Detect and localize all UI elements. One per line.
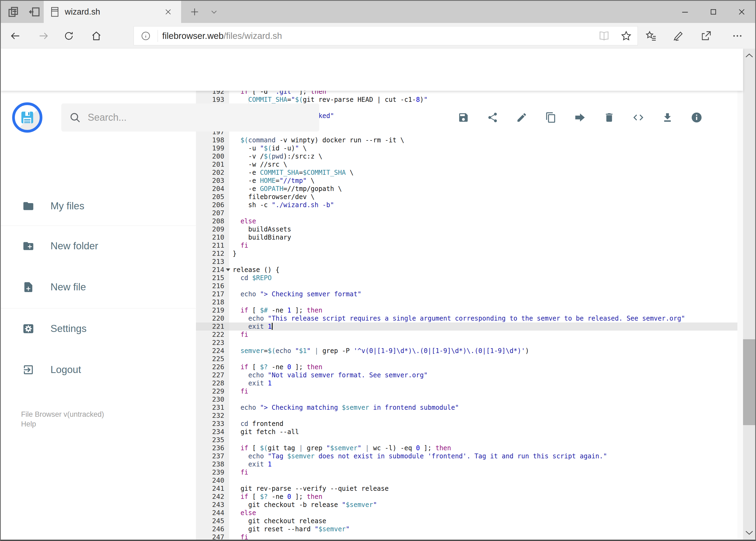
code-line[interactable] <box>229 395 743 403</box>
code-line[interactable] <box>229 339 743 347</box>
scroll-up-arrow[interactable] <box>743 49 755 62</box>
favorite-star-icon[interactable] <box>615 31 637 41</box>
close-button[interactable] <box>728 1 755 23</box>
filebrowser-logo[interactable] <box>12 102 42 133</box>
code-line[interactable]: echo "Not valid semver format. See semve… <box>229 371 743 379</box>
code-line[interactable] <box>229 412 743 420</box>
code-line[interactable]: -e HOME="//tmp" \ <box>229 177 743 185</box>
code-line[interactable]: git rev-parse --verify --quiet release <box>229 485 743 493</box>
settings-ellipsis-icon[interactable] <box>725 23 750 49</box>
url-bar[interactable]: filebrowser.web/files/wizard.sh <box>133 26 638 45</box>
code-line[interactable]: fi <box>229 387 743 395</box>
code-line[interactable] <box>229 209 743 217</box>
share-icon[interactable] <box>694 23 718 49</box>
download-button[interactable] <box>653 96 682 139</box>
code-line[interactable] <box>229 436 743 444</box>
code-line[interactable]: buildBinary <box>229 234 743 242</box>
search-bar[interactable] <box>61 104 319 132</box>
code-line[interactable]: fi <box>229 533 743 540</box>
sidebar-item-settings[interactable]: Settings <box>1 312 196 345</box>
browser-tab[interactable]: wizard.sh <box>44 1 181 23</box>
info-button[interactable] <box>682 96 711 139</box>
code-line[interactable]: -u "$(id -u)" \ <box>229 144 743 152</box>
help-link[interactable]: Help <box>21 419 104 429</box>
code-line[interactable]: buildAssets <box>229 225 743 234</box>
tab-close-icon[interactable] <box>162 6 174 18</box>
back-button[interactable] <box>5 23 26 49</box>
indent-guide <box>248 96 249 104</box>
code-line[interactable] <box>229 282 743 290</box>
code-line[interactable]: release () { <box>229 266 743 274</box>
code-line[interactable]: echo "> Checking semver format" <box>229 290 743 298</box>
move-button[interactable] <box>566 96 595 139</box>
code-line[interactable]: else <box>229 217 743 225</box>
code-view-button[interactable] <box>624 96 653 139</box>
code-line[interactable]: exit 1 <box>229 322 743 330</box>
code-line[interactable] <box>229 355 743 363</box>
page-scrollbar[interactable] <box>743 49 755 540</box>
code-line[interactable]: echo "> Checking matching $semver in fro… <box>229 403 743 412</box>
code-line[interactable]: echo "This release script requires a sin… <box>229 314 743 322</box>
code-line[interactable]: git fetch --all <box>229 428 743 436</box>
code-line[interactable]: else <box>229 509 743 517</box>
code-line[interactable]: exit 1 <box>229 460 743 468</box>
sidebar-item-my-files[interactable]: My files <box>1 190 196 222</box>
code-line[interactable]: git reset --hard "$semver" <box>229 525 743 533</box>
code-line[interactable]: if [ $? -ne 0 ]; then <box>229 363 743 371</box>
scrollbar-thumb[interactable] <box>743 339 755 425</box>
code-line[interactable]: sh -c "./wizard.sh -b" <box>229 201 743 209</box>
gutter-line-number: 224 <box>196 347 229 355</box>
new-tab-button[interactable] <box>185 1 204 23</box>
code-line[interactable]: -e GOPATH=//tmp/gopath \ <box>229 185 743 193</box>
sidebar-item-logout[interactable]: Logout <box>1 353 196 386</box>
copy-button[interactable] <box>536 96 566 139</box>
search-input[interactable] <box>88 112 298 123</box>
code-line[interactable]: if [ -d ".git" ]; then <box>229 91 743 96</box>
scroll-down-arrow[interactable] <box>743 526 755 540</box>
code-line[interactable]: git checkout release <box>229 517 743 525</box>
share-file-button[interactable] <box>478 96 507 139</box>
code-line[interactable]: fi <box>229 468 743 476</box>
code-line[interactable] <box>229 298 743 306</box>
delete-button[interactable] <box>595 96 624 139</box>
code-line[interactable]: git checkout -b release "$semver" <box>229 501 743 509</box>
forward-button[interactable] <box>33 23 54 49</box>
code-line[interactable]: exit 1 <box>229 379 743 387</box>
tab-list-chevron-icon[interactable] <box>205 1 223 23</box>
save-button[interactable] <box>449 96 478 139</box>
code-line[interactable]: } <box>229 250 743 258</box>
sidebar-item-new-file[interactable]: New file <box>1 271 196 303</box>
code-line[interactable]: cd frontend <box>229 420 743 428</box>
home-button[interactable] <box>86 23 107 49</box>
code-line[interactable] <box>229 476 743 485</box>
code-editor[interactable]: 1921931941951961971981992002012022032042… <box>196 91 743 540</box>
annotate-pen-icon[interactable] <box>666 23 691 49</box>
code-line[interactable]: if [ $? -ne 0 ]; then <box>229 493 743 501</box>
editor-code[interactable]: if [ -d ".git" ]; then COMMIT_SHA="$(git… <box>229 91 743 540</box>
tab-preview-icon[interactable] <box>4 1 23 23</box>
code-line[interactable]: -e COMMIT_SHA=$COMMIT_SHA \ <box>229 169 743 177</box>
code-line[interactable]: fi <box>229 330 743 339</box>
refresh-button[interactable] <box>58 23 80 49</box>
code-line[interactable]: -v /$(pwd):/src:z \ <box>229 152 743 161</box>
code-line[interactable]: filebrowser/dev \ <box>229 193 743 201</box>
gutter-line-number: 232 <box>196 412 229 420</box>
code-line[interactable]: semver=$(echo "$1" | grep -P '^v(0|[1-9]… <box>229 347 743 355</box>
code-line[interactable]: echo "Tag $semver does not exist in subm… <box>229 452 743 460</box>
site-info-icon[interactable] <box>134 31 157 41</box>
code-line[interactable]: if [ $(git tag | grep "$semver" | wc -l)… <box>229 444 743 452</box>
code-line[interactable]: -w //src \ <box>229 161 743 169</box>
sidebar-item-new-folder[interactable]: New folder <box>1 230 196 262</box>
minimize-button[interactable] <box>671 1 698 23</box>
rename-edit-button[interactable] <box>507 96 536 139</box>
code-line[interactable]: cd $REPO <box>229 274 743 282</box>
code-line[interactable]: fi <box>229 242 743 250</box>
reading-view-icon[interactable] <box>593 31 615 41</box>
url-text[interactable]: filebrowser.web/files/wizard.sh <box>162 31 593 41</box>
set-tabs-aside-icon[interactable] <box>25 1 44 23</box>
maximize-button[interactable] <box>700 1 727 23</box>
gutter-line-number: 231 <box>196 403 229 412</box>
hub-favorites-icon[interactable] <box>638 23 663 49</box>
code-line[interactable]: if [ $# -ne 1 ]; then <box>229 306 743 314</box>
code-line[interactable] <box>229 258 743 266</box>
